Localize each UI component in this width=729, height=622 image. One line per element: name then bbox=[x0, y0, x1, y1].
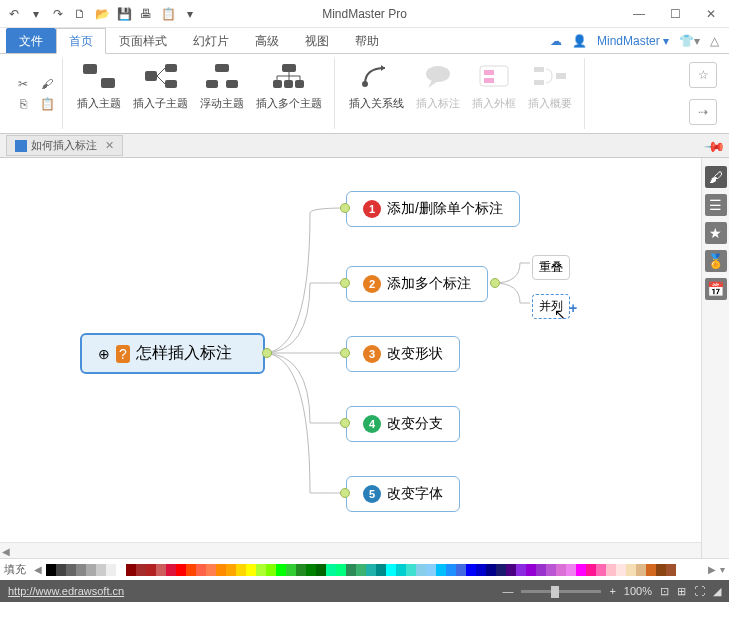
relationship-button[interactable]: 插入关系线 bbox=[343, 58, 410, 113]
connector-dot[interactable] bbox=[340, 488, 350, 498]
plus-icon[interactable]: + bbox=[569, 300, 577, 316]
color-swatch[interactable] bbox=[456, 564, 466, 576]
connector-dot[interactable] bbox=[262, 348, 272, 358]
side-calendar-button[interactable]: 📅 bbox=[705, 278, 727, 300]
side-list-button[interactable]: ☰ bbox=[705, 194, 727, 216]
close-button[interactable]: ✕ bbox=[699, 4, 723, 24]
color-swatch[interactable] bbox=[86, 564, 96, 576]
color-swatch[interactable] bbox=[256, 564, 266, 576]
color-swatch[interactable] bbox=[446, 564, 456, 576]
color-swatch[interactable] bbox=[196, 564, 206, 576]
maximize-button[interactable]: ☐ bbox=[663, 4, 687, 24]
zoom-slider[interactable] bbox=[521, 590, 601, 593]
color-swatch[interactable] bbox=[406, 564, 416, 576]
color-swatch[interactable] bbox=[386, 564, 396, 576]
color-swatch[interactable] bbox=[176, 564, 186, 576]
color-swatch[interactable] bbox=[636, 564, 646, 576]
side-star-button[interactable]: ★ bbox=[705, 222, 727, 244]
shirt-icon[interactable]: 👕▾ bbox=[679, 34, 700, 48]
topic-node-1[interactable]: 1添加/删除单个标注 bbox=[346, 191, 520, 227]
color-swatch[interactable] bbox=[336, 564, 346, 576]
connector-dot[interactable] bbox=[340, 418, 350, 428]
color-swatch[interactable] bbox=[436, 564, 446, 576]
more-button[interactable]: ⇢ bbox=[689, 99, 717, 125]
color-swatch[interactable] bbox=[566, 564, 576, 576]
color-swatch[interactable] bbox=[216, 564, 226, 576]
layout-icon[interactable]: ⊞ bbox=[677, 585, 686, 598]
pin-icon[interactable]: 📌 bbox=[703, 134, 726, 157]
color-swatch[interactable] bbox=[466, 564, 476, 576]
color-swatch[interactable] bbox=[616, 564, 626, 576]
palette-right-icon[interactable]: ▶ bbox=[708, 564, 716, 575]
color-swatch[interactable] bbox=[486, 564, 496, 576]
tab-advanced[interactable]: 高级 bbox=[242, 28, 292, 53]
qat-dropdown-icon[interactable]: ▾ bbox=[182, 6, 198, 22]
color-swatch[interactable] bbox=[526, 564, 536, 576]
summary-button[interactable]: 插入概要 bbox=[522, 58, 578, 113]
color-swatch[interactable] bbox=[266, 564, 276, 576]
tab-page-style[interactable]: 页面样式 bbox=[106, 28, 180, 53]
sub-topic-overlap[interactable]: 重叠 bbox=[532, 255, 570, 280]
color-swatch[interactable] bbox=[246, 564, 256, 576]
scroll-left-icon[interactable]: ◀ bbox=[2, 546, 10, 557]
color-swatch[interactable] bbox=[306, 564, 316, 576]
color-swatch[interactable] bbox=[106, 564, 116, 576]
color-swatch[interactable] bbox=[116, 564, 126, 576]
export-icon[interactable]: 📋 bbox=[160, 6, 176, 22]
color-swatch[interactable] bbox=[506, 564, 516, 576]
side-brush-button[interactable]: 🖌 bbox=[705, 166, 727, 188]
color-swatch[interactable] bbox=[606, 564, 616, 576]
color-swatch[interactable] bbox=[356, 564, 366, 576]
paste-icon[interactable]: 📋 bbox=[38, 95, 56, 113]
color-swatch[interactable] bbox=[276, 564, 286, 576]
symbol-button[interactable]: ☆ bbox=[689, 62, 717, 88]
color-swatch[interactable] bbox=[656, 564, 666, 576]
redo-icon[interactable]: ↷ bbox=[50, 6, 66, 22]
topic-node-4[interactable]: 4改变分支 bbox=[346, 406, 460, 442]
status-url[interactable]: http://www.edrawsoft.cn bbox=[8, 585, 124, 597]
undo-icon[interactable]: ↶ bbox=[6, 6, 22, 22]
topic-node-2[interactable]: 2添加多个标注 bbox=[346, 266, 488, 302]
new-icon[interactable]: 🗋 bbox=[72, 6, 88, 22]
color-swatch[interactable] bbox=[426, 564, 436, 576]
tab-file[interactable]: 文件 bbox=[6, 28, 56, 53]
fit-page-icon[interactable]: ⊡ bbox=[660, 585, 669, 598]
color-swatch[interactable] bbox=[56, 564, 66, 576]
color-swatch[interactable] bbox=[296, 564, 306, 576]
minimize-button[interactable]: — bbox=[627, 4, 651, 24]
color-swatch[interactable] bbox=[366, 564, 376, 576]
topic-node-3[interactable]: 3改变形状 bbox=[346, 336, 460, 372]
connector-dot[interactable] bbox=[490, 278, 500, 288]
print-icon[interactable]: 🖶 bbox=[138, 6, 154, 22]
zoom-value[interactable]: 100% bbox=[624, 585, 652, 597]
center-topic[interactable]: ⊕ ? 怎样插入标注 bbox=[80, 333, 265, 374]
tab-home[interactable]: 首页 bbox=[56, 28, 106, 54]
color-swatch[interactable] bbox=[316, 564, 326, 576]
mindmaster-link[interactable]: MindMaster ▾ bbox=[597, 34, 669, 48]
color-swatch[interactable] bbox=[236, 564, 246, 576]
color-swatch[interactable] bbox=[136, 564, 146, 576]
color-swatch[interactable] bbox=[96, 564, 106, 576]
color-swatch[interactable] bbox=[586, 564, 596, 576]
color-swatch[interactable] bbox=[186, 564, 196, 576]
connector-dot[interactable] bbox=[340, 278, 350, 288]
color-swatch[interactable] bbox=[46, 564, 56, 576]
color-swatch[interactable] bbox=[496, 564, 506, 576]
cut-icon[interactable]: ✂ bbox=[14, 75, 32, 93]
color-swatch[interactable] bbox=[666, 564, 676, 576]
side-medal-button[interactable]: 🏅 bbox=[705, 250, 727, 272]
format-painter-icon[interactable]: 🖌 bbox=[38, 75, 56, 93]
cloud-icon[interactable]: ☁ bbox=[550, 34, 562, 48]
insert-topic-button[interactable]: 插入主题 bbox=[71, 58, 127, 113]
insert-subtopic-button[interactable]: 插入子主题 bbox=[127, 58, 194, 113]
color-swatch[interactable] bbox=[126, 564, 136, 576]
color-swatch[interactable] bbox=[376, 564, 386, 576]
color-swatch[interactable] bbox=[476, 564, 486, 576]
document-tab[interactable]: 如何插入标注 ✕ bbox=[6, 135, 123, 156]
color-swatch[interactable] bbox=[576, 564, 586, 576]
copy-icon[interactable]: ⎘ bbox=[14, 95, 32, 113]
zoom-in-button[interactable]: + bbox=[609, 585, 615, 597]
save-icon[interactable]: 💾 bbox=[116, 6, 132, 22]
fullscreen-icon[interactable]: ⛶ bbox=[694, 585, 705, 597]
color-swatch[interactable] bbox=[416, 564, 426, 576]
